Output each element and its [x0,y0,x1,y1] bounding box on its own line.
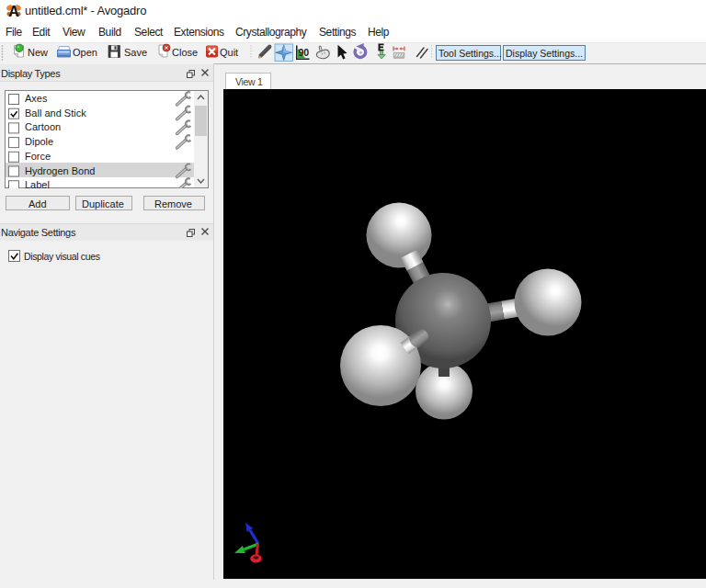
svg-text:A: A [8,4,19,19]
svg-text:90: 90 [299,47,310,58]
